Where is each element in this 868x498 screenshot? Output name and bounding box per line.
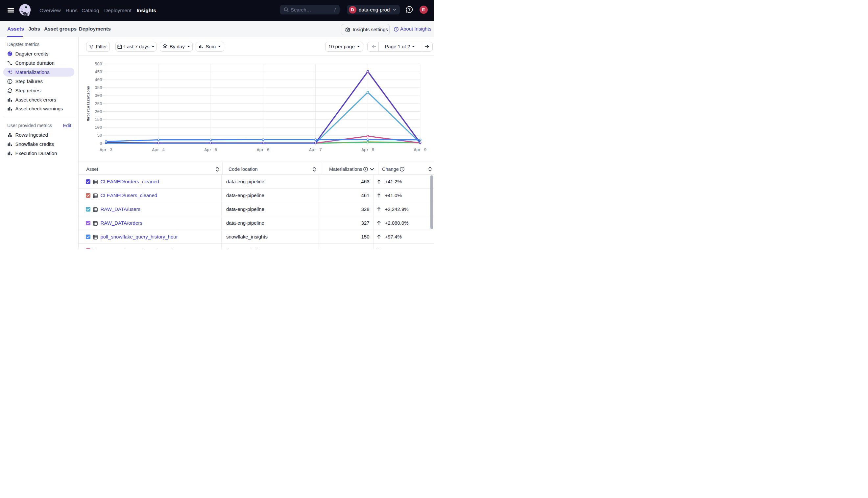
svg-text:Apr9: Apr9 xyxy=(413,148,426,153)
svg-text:Apr8: Apr8 xyxy=(361,148,374,153)
svg-text:?: ? xyxy=(408,7,411,12)
svg-text:200: 200 xyxy=(94,109,102,114)
svg-text:250: 250 xyxy=(94,102,102,106)
svg-text:100: 100 xyxy=(94,126,102,130)
svg-text:400: 400 xyxy=(94,78,102,82)
svg-text:50: 50 xyxy=(97,133,102,138)
svg-text:Apr4: Apr4 xyxy=(152,148,165,153)
svg-text:300: 300 xyxy=(94,94,102,98)
svg-text:Apr6: Apr6 xyxy=(257,148,270,153)
svg-text:Apr5: Apr5 xyxy=(204,148,217,153)
svg-text:Apr7: Apr7 xyxy=(309,148,322,153)
svg-text:Apr3: Apr3 xyxy=(100,148,113,153)
svg-text:150: 150 xyxy=(94,118,102,122)
svg-text:350: 350 xyxy=(94,86,102,90)
svg-text:Materializations: Materializations xyxy=(87,86,90,121)
svg-text:0: 0 xyxy=(99,141,102,146)
svg-text:500: 500 xyxy=(94,62,102,66)
svg-text:450: 450 xyxy=(94,70,102,74)
